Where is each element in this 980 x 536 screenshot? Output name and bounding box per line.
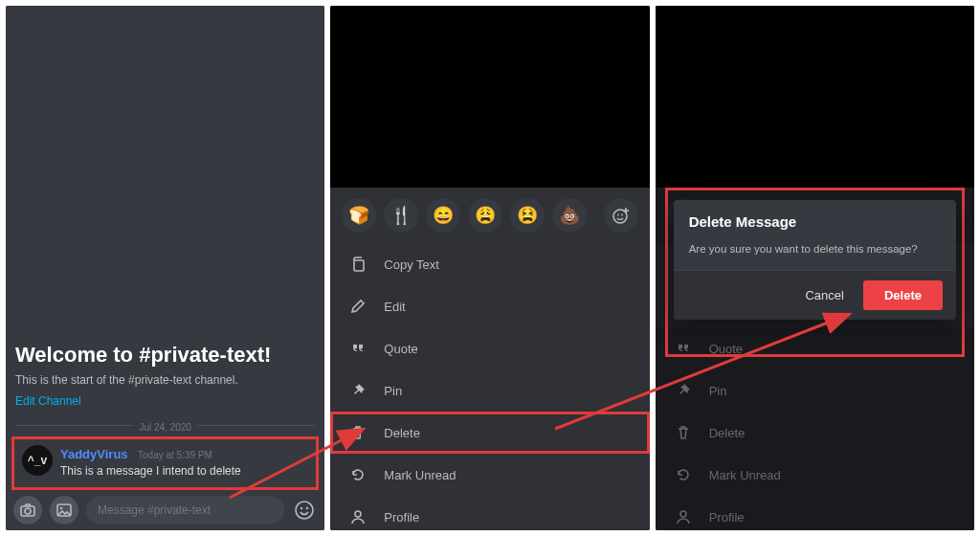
pin-icon	[349, 383, 367, 398]
trash-icon	[349, 425, 367, 440]
dialog-footer: Cancel Delete	[674, 271, 956, 320]
reaction-option[interactable]: 😩	[468, 198, 502, 233]
message-timestamp: Today at 5:39 PM	[138, 450, 212, 460]
panel-context-menu: 🍞 🍴 😄 😩 😫 💩 Copy Text Edit Quote Pin Del…	[330, 6, 649, 530]
background-dim	[330, 6, 649, 188]
svg-point-11	[355, 511, 361, 517]
emoji-button[interactable]	[292, 498, 317, 523]
reaction-option[interactable]: 😄	[426, 198, 460, 233]
channel-welcome-block: Welcome to #private-text! This is the st…	[15, 343, 315, 408]
camera-button[interactable]	[13, 496, 42, 525]
edit-channel-link[interactable]: Edit Channel	[15, 394, 315, 408]
dialog-title: Delete Message	[674, 200, 956, 239]
menu-item-mark-unread[interactable]: Mark Unread	[330, 454, 649, 496]
avatar[interactable]: ^_v	[22, 445, 53, 476]
dialog-body: Are you sure you want to delete this mes…	[674, 239, 956, 271]
image-button[interactable]	[50, 496, 78, 525]
refresh-icon	[349, 467, 367, 482]
message-input-placeholder: Message #private-text	[98, 503, 211, 517]
add-reaction-button[interactable]	[604, 198, 638, 233]
svg-point-9	[621, 214, 623, 216]
welcome-title: Welcome to #private-text!	[15, 343, 315, 368]
svg-point-4	[296, 502, 313, 519]
menu-item-pin[interactable]: Pin	[330, 369, 649, 412]
copy-icon	[349, 257, 367, 272]
person-icon	[349, 509, 367, 525]
pencil-icon	[349, 299, 367, 314]
message-input[interactable]: Message #private-text	[86, 496, 284, 525]
menu-label: Delete	[384, 426, 420, 440]
svg-point-6	[306, 507, 308, 509]
reaction-option[interactable]: 💩	[552, 198, 587, 233]
camera-icon	[20, 503, 35, 517]
delete-confirm-button[interactable]: Delete	[863, 280, 943, 310]
quick-reaction-row: 🍞 🍴 😄 😩 😫 💩	[330, 188, 649, 243]
reaction-option[interactable]: 🍞	[342, 198, 376, 233]
date-divider-label: Jul 24, 2020	[133, 422, 197, 433]
menu-item-quote[interactable]: Quote	[330, 327, 649, 369]
image-icon	[56, 503, 72, 517]
reaction-option[interactable]: 🍴	[384, 198, 418, 233]
menu-item-profile[interactable]: Profile	[330, 496, 649, 530]
panel-channel-view: Welcome to #private-text! This is the st…	[6, 6, 324, 530]
message-body: YaddyVirus Today at 5:39 PM This is a me…	[60, 445, 241, 478]
reaction-option[interactable]: 😫	[510, 198, 545, 233]
svg-point-1	[25, 508, 31, 514]
welcome-subtitle: This is the start of the #private-text c…	[15, 373, 315, 387]
quote-icon	[349, 341, 367, 356]
delete-message-dialog: Delete Message Are you sure you want to …	[674, 200, 956, 320]
panel-delete-dialog: 🍞 Quote Pin Delete Mark Unread Profile D…	[656, 6, 974, 530]
menu-label: Pin	[384, 384, 402, 398]
cancel-button[interactable]: Cancel	[795, 280, 853, 310]
svg-rect-10	[354, 260, 364, 271]
svg-point-3	[60, 507, 63, 510]
message-author[interactable]: YaddyVirus	[60, 447, 128, 461]
menu-item-delete[interactable]: Delete	[330, 412, 649, 454]
smiley-icon	[294, 500, 315, 521]
svg-point-8	[617, 214, 619, 216]
message-context-menu: Copy Text Edit Quote Pin Delete Mark Unr…	[330, 243, 649, 530]
dialog-highlight-box: Delete Message Are you sure you want to …	[665, 188, 965, 357]
svg-point-7	[613, 210, 627, 223]
menu-item-copy-text[interactable]: Copy Text	[330, 243, 649, 285]
menu-label: Copy Text	[384, 257, 439, 272]
menu-label: Mark Unread	[384, 468, 456, 482]
menu-label: Edit	[384, 300, 405, 314]
channel-scrollback	[6, 6, 324, 331]
svg-point-5	[301, 507, 302, 509]
menu-label: Quote	[384, 342, 417, 356]
menu-item-edit[interactable]: Edit	[330, 285, 649, 327]
message-text: This is a message I intend to delete	[60, 464, 241, 478]
composer-bar: Message #private-text	[6, 490, 324, 530]
menu-label: Profile	[384, 510, 419, 525]
add-reaction-icon	[612, 206, 631, 225]
message-row-highlighted[interactable]: ^_v YaddyVirus Today at 5:39 PM This is …	[11, 436, 319, 490]
